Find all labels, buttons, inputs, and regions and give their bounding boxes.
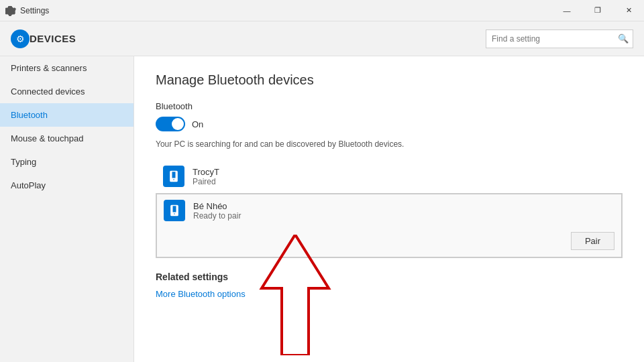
- sidebar-item-mouse[interactable]: Mouse & touchpad: [0, 127, 133, 150]
- phone-icon: [167, 170, 180, 183]
- sidebar-item-typing[interactable]: Typing: [0, 150, 133, 174]
- restore-button[interactable]: ❐: [582, 0, 613, 21]
- device-status-benheo: Ready to pair: [193, 211, 614, 221]
- device-item-trocyt[interactable]: TrocyT Paired: [156, 160, 623, 193]
- pair-button[interactable]: Pair: [571, 232, 614, 250]
- app-header-title: DEVICES: [30, 33, 76, 44]
- device-status-trocyt: Paired: [193, 177, 615, 186]
- bluetooth-toggle-row: On: [156, 117, 623, 131]
- app-header: ⚙ DEVICES 🔍: [0, 21, 644, 56]
- sidebar-item-autoplay[interactable]: AutoPlay: [0, 174, 133, 197]
- titlebar-controls: — ❐ ✕: [551, 0, 644, 21]
- device-name-benheo: Bé Nhéo: [193, 201, 614, 211]
- bluetooth-section-label: Bluetooth: [156, 101, 623, 111]
- toggle-knob: [172, 118, 184, 130]
- sidebar-item-bluetooth[interactable]: Bluetooth: [0, 103, 133, 127]
- titlebar-left: Settings: [5, 5, 49, 16]
- search-input[interactable]: [486, 32, 614, 46]
- app-container: ⚙ DEVICES 🔍 Printers & scanners Connecte…: [0, 21, 644, 362]
- related-settings: Related settings More Bluetooth options: [156, 272, 623, 299]
- sidebar: Printers & scanners Connected devices Bl…: [0, 56, 134, 362]
- more-bluetooth-options-link[interactable]: More Bluetooth options: [156, 289, 246, 299]
- settings-icon: [5, 5, 16, 16]
- device-icon-benheo: [164, 200, 185, 221]
- toggle-state-label: On: [192, 119, 203, 129]
- device-info-trocyt: TrocyT Paired: [193, 167, 615, 186]
- search-icon: 🔍: [614, 29, 633, 48]
- bluetooth-toggle[interactable]: [156, 117, 185, 131]
- sidebar-item-connected[interactable]: Connected devices: [0, 80, 133, 103]
- devices-header-icon: ⚙: [11, 29, 30, 48]
- main-content: Manage Bluetooth devices Bluetooth On Yo…: [134, 56, 644, 362]
- device-list: TrocyT Paired Bé Nhéo Re: [156, 160, 623, 258]
- selected-device-container: Bé Nhéo Ready to pair Pair: [156, 193, 623, 258]
- header-search-box[interactable]: 🔍: [486, 29, 633, 48]
- device-info-benheo: Bé Nhéo Ready to pair: [193, 201, 614, 221]
- related-settings-title: Related settings: [156, 272, 623, 282]
- page-title: Manage Bluetooth devices: [156, 72, 623, 88]
- minimize-button[interactable]: —: [551, 0, 582, 21]
- device-name-trocyt: TrocyT: [193, 167, 615, 177]
- bluetooth-status-text: Your PC is searching for and can be disc…: [156, 139, 623, 149]
- device-item-benheo[interactable]: Bé Nhéo Ready to pair: [156, 194, 622, 227]
- phone-icon-2: [168, 204, 181, 217]
- close-button[interactable]: ✕: [613, 0, 644, 21]
- device-action-row: Pair: [156, 227, 622, 257]
- device-icon-trocyt: [163, 166, 184, 187]
- app-body: Printers & scanners Connected devices Bl…: [0, 56, 644, 362]
- titlebar-title: Settings: [20, 6, 49, 15]
- sidebar-item-printers[interactable]: Printers & scanners: [0, 56, 133, 80]
- titlebar: Settings — ❐ ✕: [0, 0, 644, 21]
